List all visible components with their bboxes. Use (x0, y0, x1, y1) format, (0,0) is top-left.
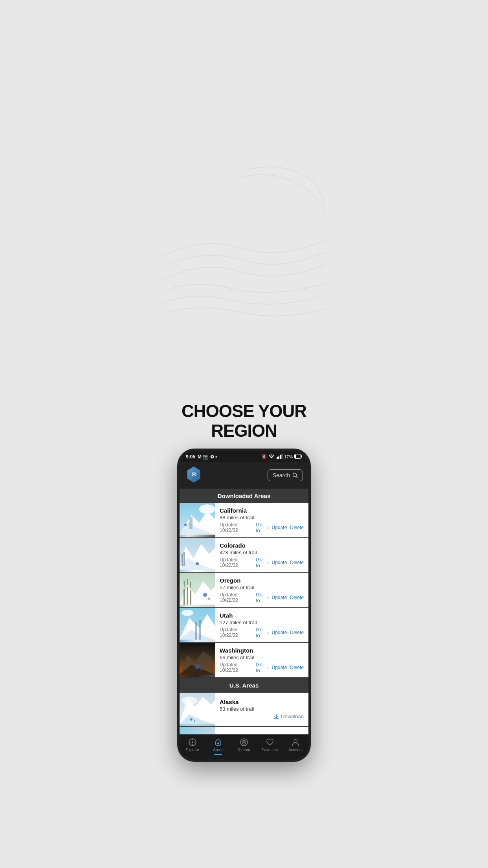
update-oregon[interactable]: Update (272, 595, 287, 600)
search-icon (292, 473, 298, 478)
update-washington[interactable]: Update (272, 665, 287, 670)
area-updated-utah: Updated 10/22/22 (220, 627, 256, 638)
delete-oregon[interactable]: Delete (290, 595, 304, 600)
status-right: 🔇 17% (261, 454, 302, 460)
delete-california[interactable]: Delete (290, 525, 304, 530)
svg-rect-3 (281, 454, 283, 459)
nav-label-areas: Areas (213, 748, 223, 752)
thumb-alaska (180, 693, 215, 726)
thumb-oregon (180, 573, 215, 607)
svg-point-56 (217, 742, 219, 744)
area-updated-oregon: Updated 10/22/22 (220, 592, 256, 603)
download-alaska[interactable]: Download (273, 713, 304, 719)
goto-colorado[interactable]: Go to › (256, 557, 269, 568)
svg-rect-21 (183, 552, 185, 566)
area-name-oregon: Oregon (220, 577, 304, 584)
svg-rect-15 (189, 517, 193, 529)
chevron-icon: › (267, 665, 269, 670)
area-info-alaska: Alaska 53 miles of trail Downlo (215, 693, 308, 726)
chevron-icon: › (267, 560, 269, 565)
area-actions-california: Go to › Update Delete (256, 522, 304, 533)
area-miles-washington: 66 miles of trail (220, 655, 304, 660)
area-info-colorado: Colorado 478 miles of trail Updated 10/2… (215, 538, 308, 572)
us-areas-header: U.S. Areas (180, 678, 308, 693)
area-footer-alaska: Download (220, 713, 304, 719)
nav-item-areas[interactable]: Areas (208, 738, 228, 755)
nav-label-record: Record (238, 748, 250, 752)
svg-rect-25 (183, 589, 185, 605)
svg-line-10 (296, 476, 298, 478)
goto-oregon[interactable]: Go to › (256, 592, 269, 603)
thumb-california (180, 503, 215, 537)
status-icons: M 📷 ✿ • (198, 454, 217, 460)
favorites-icon (266, 738, 274, 747)
area-info-california: California 88 miles of trail Updated 10/… (215, 503, 308, 537)
goto-california[interactable]: Go to › (256, 522, 269, 533)
svg-rect-2 (280, 455, 281, 459)
area-footer-colorado: Updated 10/22/22 Go to › Update Delete (220, 557, 304, 568)
area-name-california: California (220, 507, 304, 514)
bottom-nav: Explore Areas Record (180, 734, 308, 760)
svg-point-32 (208, 598, 210, 600)
area-item-utah: Utah 127 miles of trail Updated 10/22/22… (180, 608, 308, 642)
area-actions-washington: Go to › Update Delete (256, 662, 304, 673)
svg-rect-0 (277, 457, 278, 459)
svg-point-43 (200, 669, 202, 671)
area-name-utah: Utah (220, 612, 304, 619)
area-item-oregon: Oregon 57 miles of trail Updated 10/22/2… (180, 573, 308, 607)
record-icon (240, 738, 248, 747)
area-miles-alaska: 53 miles of trail (220, 706, 304, 712)
area-footer-utah: Updated 10/22/22 Go to › Update Delete (220, 627, 304, 638)
svg-point-31 (203, 593, 207, 597)
wifi-icon (268, 454, 275, 460)
goto-washington[interactable]: Go to › (256, 662, 269, 673)
area-updated-colorado: Updated 10/22/22 (220, 557, 256, 568)
app-header: ❄ Search (180, 462, 308, 489)
status-left: 9:05 M 📷 ✿ • (186, 454, 217, 460)
nav-item-explore[interactable]: Explore (183, 738, 202, 755)
area-name-alaska: Alaska (220, 699, 304, 705)
svg-point-34 (182, 610, 193, 616)
areas-active-indicator (214, 754, 222, 755)
svg-point-42 (195, 664, 200, 669)
app-logo-area: ❄ (185, 466, 202, 485)
partial-thumb (180, 727, 215, 734)
area-info-oregon: Oregon 57 miles of trail Updated 10/22/2… (215, 573, 308, 607)
search-box[interactable]: Search (268, 469, 303, 481)
area-actions-alaska: Download (273, 713, 304, 719)
downloaded-areas-header: Downloaded Areas (180, 489, 308, 503)
phone-frame: 9:05 M 📷 ✿ • 🔇 (177, 449, 311, 762)
svg-rect-6 (301, 455, 302, 458)
nav-item-favorites[interactable]: Favorites (260, 738, 280, 755)
area-footer-california: Updated 10/22/22 Go to › Update Delete (220, 522, 304, 533)
delete-washington[interactable]: Delete (290, 665, 304, 670)
search-label: Search (273, 472, 290, 478)
nav-item-record[interactable]: Record (234, 738, 254, 755)
svg-text:❄: ❄ (191, 471, 197, 478)
delete-utah[interactable]: Delete (290, 630, 304, 635)
svg-point-16 (184, 524, 187, 526)
battery-display: 17% (284, 454, 293, 459)
area-miles-colorado: 478 miles of trail (220, 550, 304, 555)
page-wrapper: CHOOSE YOUR REGION 9:05 M 📷 ✿ • 🔇 (163, 99, 325, 770)
goto-utah[interactable]: Go to › (256, 627, 269, 638)
area-footer-oregon: Updated 10/22/22 Go to › Update Delete (220, 592, 304, 603)
status-bar: 9:05 M 📷 ✿ • 🔇 (180, 451, 308, 462)
signal-icon (276, 454, 283, 460)
partial-info (215, 727, 308, 734)
area-item-alaska: Alaska 53 miles of trail Downlo (180, 693, 308, 726)
time-display: 9:05 (186, 454, 195, 460)
update-colorado[interactable]: Update (272, 560, 287, 565)
page-title: CHOOSE YOUR REGION (163, 390, 325, 449)
delete-colorado[interactable]: Delete (290, 560, 304, 565)
chevron-icon: › (267, 630, 269, 635)
svg-point-47 (182, 697, 197, 704)
area-miles-california: 88 miles of trail (220, 515, 304, 520)
thumb-utah (180, 608, 215, 642)
svg-rect-1 (278, 456, 279, 459)
app-logo: ❄ (185, 466, 202, 483)
update-utah[interactable]: Update (272, 630, 287, 635)
nav-item-account[interactable]: Account (286, 738, 305, 755)
update-california[interactable]: Update (272, 525, 287, 530)
area-item-california: California 88 miles of trail Updated 10/… (180, 503, 308, 537)
